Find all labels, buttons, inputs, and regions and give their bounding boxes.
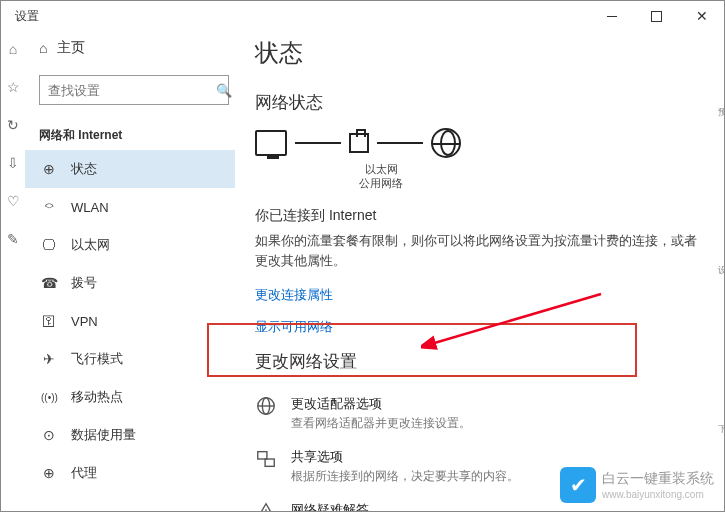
home-icon: ⌂ bbox=[39, 40, 47, 56]
diagram-line bbox=[377, 142, 423, 144]
sidebar-item-proxy[interactable]: ⊕ 代理 bbox=[39, 454, 229, 492]
ethernet-icon: 🖵 bbox=[41, 237, 57, 253]
settings-sidebar: ⌂ 主页 🔍 网络和 Internet ⊕ 状态 ⌔ WLAN 🖵 以太网 ☎ … bbox=[25, 31, 235, 511]
option-desc: 查看网络适配器并更改连接设置。 bbox=[291, 415, 471, 432]
airplane-icon: ✈ bbox=[41, 351, 57, 367]
link-change-connection-props[interactable]: 更改连接属性 bbox=[255, 286, 704, 304]
hotspot-icon: ((•)) bbox=[41, 392, 57, 403]
sidebar-section-label: 网络和 Internet bbox=[39, 123, 229, 148]
section-network-status: 网络状态 bbox=[255, 91, 704, 114]
sidebar-item-dialup[interactable]: ☎ 拨号 bbox=[39, 264, 229, 302]
sidebar-item-data-usage[interactable]: ⊙ 数据使用量 bbox=[39, 416, 229, 454]
sidebar-item-vpn[interactable]: ⚿ VPN bbox=[39, 302, 229, 340]
close-button[interactable]: ✕ bbox=[679, 1, 724, 31]
tool-icon[interactable]: ☆ bbox=[7, 79, 20, 95]
sidebar-item-label: 移动热点 bbox=[71, 388, 123, 406]
section-change-settings: 更改网络设置 bbox=[255, 350, 704, 373]
tool-icon[interactable]: ♡ bbox=[7, 193, 20, 209]
diagram-line bbox=[295, 142, 341, 144]
svg-rect-3 bbox=[258, 452, 267, 459]
option-title: 网络疑难解答 bbox=[291, 501, 411, 511]
option-change-adapter[interactable]: 更改适配器选项 查看网络适配器并更改连接设置。 bbox=[255, 387, 704, 440]
network-diagram bbox=[255, 128, 704, 158]
diagram-label: 以太网 公用网络 bbox=[351, 162, 411, 191]
search-settings-input[interactable]: 🔍 bbox=[39, 75, 229, 105]
connected-desc: 如果你的流量套餐有限制，则你可以将此网络设置为按流量计费的连接，或者更改其他属性… bbox=[255, 231, 704, 273]
tool-icon[interactable]: ↻ bbox=[7, 117, 19, 133]
search-field[interactable] bbox=[48, 83, 216, 98]
watermark-badge-icon: ✔ bbox=[560, 467, 596, 503]
sidebar-item-label: 拨号 bbox=[71, 274, 97, 292]
wifi-icon: ⌔ bbox=[41, 199, 57, 215]
sidebar-item-label: 代理 bbox=[71, 464, 97, 482]
minimize-button[interactable] bbox=[589, 1, 634, 31]
watermark-title: 白云一键重装系统 bbox=[602, 469, 714, 487]
tool-icon[interactable]: ⇩ bbox=[7, 155, 19, 171]
proxy-icon: ⊕ bbox=[41, 465, 57, 481]
content-pane: 状态 网络状态 以太网 公用网络 你已连接到 Internet 如果你的流量套餐… bbox=[235, 31, 724, 511]
sidebar-item-label: 飞行模式 bbox=[71, 350, 123, 368]
sidebar-item-airplane[interactable]: ✈ 飞行模式 bbox=[39, 340, 229, 378]
vpn-icon: ⚿ bbox=[41, 313, 57, 329]
sidebar-item-ethernet[interactable]: 🖵 以太网 bbox=[39, 226, 229, 264]
page-edge-tabs: 预设下 bbox=[718, 31, 724, 511]
option-desc: 根据所连接到的网络，决定要共享的内容。 bbox=[291, 468, 519, 485]
search-icon: 🔍 bbox=[216, 83, 232, 98]
pc-icon bbox=[255, 130, 287, 156]
watermark-url: www.baiyunxitong.com bbox=[602, 488, 714, 501]
sidebar-item-status[interactable]: ⊕ 状态 bbox=[25, 150, 235, 188]
svg-rect-4 bbox=[265, 459, 274, 466]
sidebar-item-label: 数据使用量 bbox=[71, 426, 136, 444]
tool-icon[interactable]: ⌂ bbox=[9, 41, 17, 57]
ethernet-adapter-icon bbox=[349, 133, 369, 153]
globe-icon bbox=[431, 128, 461, 158]
option-title: 共享选项 bbox=[291, 448, 519, 466]
watermark: ✔ 白云一键重装系统 www.baiyunxitong.com bbox=[560, 467, 714, 503]
window-title: 设置 bbox=[15, 8, 39, 25]
link-show-available-networks[interactable]: 显示可用网络 bbox=[255, 318, 704, 336]
browser-tool-strip: ⌂ ☆ ↻ ⇩ ♡ ✎ bbox=[1, 31, 25, 511]
dialup-icon: ☎ bbox=[41, 275, 57, 291]
warning-icon bbox=[255, 501, 277, 511]
status-icon: ⊕ bbox=[41, 161, 57, 177]
sidebar-item-label: WLAN bbox=[71, 200, 109, 215]
globe-icon bbox=[255, 395, 277, 417]
tool-icon[interactable]: ✎ bbox=[7, 231, 19, 247]
option-title: 更改适配器选项 bbox=[291, 395, 471, 413]
sidebar-item-wlan[interactable]: ⌔ WLAN bbox=[39, 188, 229, 226]
home-label: 主页 bbox=[57, 39, 85, 57]
sharing-icon bbox=[255, 448, 277, 470]
sidebar-item-label: 状态 bbox=[71, 160, 97, 178]
data-usage-icon: ⊙ bbox=[41, 427, 57, 443]
connected-title: 你已连接到 Internet bbox=[255, 207, 704, 225]
sidebar-item-label: 以太网 bbox=[71, 236, 110, 254]
sidebar-item-label: VPN bbox=[71, 314, 98, 329]
page-title: 状态 bbox=[255, 37, 704, 69]
maximize-button[interactable] bbox=[634, 1, 679, 31]
home-button[interactable]: ⌂ 主页 bbox=[39, 31, 229, 65]
sidebar-item-hotspot[interactable]: ((•)) 移动热点 bbox=[39, 378, 229, 416]
